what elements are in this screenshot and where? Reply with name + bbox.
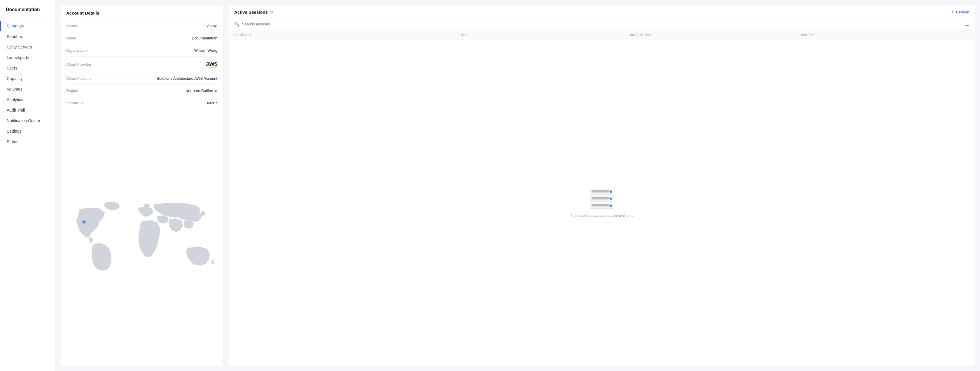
table-header: Session ID User Instance Type Start Time [228, 30, 975, 40]
detail-row: Vendor ID48287 [66, 97, 217, 109]
main-content: Account Details ⋮ StatusActiveNameDocume… [56, 0, 980, 371]
search-bar: 🔍 ⚌ [228, 18, 975, 30]
svg-point-2 [81, 219, 86, 224]
col-start-time: Start Time [799, 33, 969, 37]
server-line [592, 192, 609, 193]
sidebar-item-summary[interactable]: Summary [0, 21, 55, 31]
detail-rows: StatusActiveNameDocumentationOrganizatio… [60, 20, 223, 109]
detail-label: Cloud Account [66, 76, 91, 81]
refresh-button[interactable]: ↻ Refresh [951, 10, 969, 14]
detail-row: RegionNorthern California [66, 85, 217, 97]
server-lines [592, 197, 609, 200]
detail-value: 48287 [207, 101, 217, 105]
detail-label: Vendor ID [66, 101, 83, 105]
detail-label: Cloud Provider [66, 62, 91, 67]
sidebar-item-launchpads[interactable]: Launchpads [0, 52, 55, 63]
account-details-panel: Account Details ⋮ StatusActiveNameDocume… [60, 5, 223, 366]
detail-value: Solutions Architecture AWS Account [157, 76, 217, 81]
server-line [592, 200, 609, 200]
sidebar-item-audit-trail[interactable]: Audit Trail [0, 105, 55, 115]
sidebar-item-status[interactable]: Status [0, 136, 55, 147]
detail-value: Active [207, 24, 217, 28]
panel-header: Account Details ⋮ [60, 5, 223, 20]
export-icon[interactable]: ⧉ [270, 10, 273, 14]
detail-row: Cloud Provideraws [66, 57, 217, 72]
refresh-icon: ↻ [951, 10, 955, 14]
server-line [592, 191, 609, 192]
world-map [66, 199, 217, 275]
server-row-1 [590, 189, 613, 195]
sidebar-item-analytics[interactable]: Analytics [0, 94, 55, 105]
col-user: User [460, 33, 630, 37]
sessions-header: Active Sessions ⧉ ↻ Refresh [228, 5, 975, 18]
sidebar: Documentation SummarySandboxUtility Serv… [0, 0, 56, 371]
empty-state: No sessions available at the moment [228, 40, 975, 366]
detail-row: NameDocumentation [66, 32, 217, 45]
server-line [592, 204, 609, 205]
sidebar-item-utility-servers[interactable]: Utility Servers [0, 42, 55, 52]
server-line [592, 206, 609, 207]
map-container [60, 109, 223, 366]
sidebar-item-notification-center[interactable]: Notification Center [0, 115, 55, 126]
col-session-id: Session ID [234, 33, 460, 37]
sessions-title-area: Active Sessions ⧉ [234, 10, 273, 14]
sidebar-nav: SummarySandboxUtility ServersLaunchpadsU… [0, 21, 55, 147]
filter-button[interactable]: ⚌ [965, 21, 969, 27]
detail-label: Organization [66, 48, 88, 53]
col-instance-type: Instance Type [630, 33, 800, 37]
detail-label: Region [66, 88, 78, 93]
aws-underline [209, 67, 217, 68]
aws-text: aws [206, 61, 217, 67]
sidebar-item-capacity[interactable]: Capacity [0, 73, 55, 84]
detail-label: Status [66, 24, 77, 28]
detail-row: OrganizationWilliam Wong [66, 45, 217, 57]
server-row-2 [590, 196, 613, 201]
server-illustration [590, 189, 613, 209]
server-lines [592, 204, 609, 207]
server-line [592, 205, 609, 206]
search-input[interactable] [242, 22, 963, 26]
aws-logo: aws [206, 61, 217, 68]
server-row-3 [590, 203, 613, 209]
server-line [592, 190, 609, 191]
search-icon: 🔍 [234, 22, 240, 27]
detail-label: Name [66, 36, 76, 40]
detail-value: Documentation [192, 36, 217, 40]
active-sessions-panel: Active Sessions ⧉ ↻ Refresh 🔍 ⚌ Session … [228, 5, 975, 366]
account-details-title: Account Details [66, 11, 99, 16]
server-line [592, 198, 609, 199]
sessions-title: Active Sessions [234, 10, 268, 14]
server-lines [592, 190, 609, 193]
detail-row: Cloud AccountSolutions Architecture AWS … [66, 72, 217, 85]
server-line [592, 197, 609, 198]
sidebar-item-users[interactable]: Users [0, 63, 55, 73]
sidebar-title: Documentation [0, 7, 55, 18]
empty-message: No sessions available at the moment [571, 213, 633, 217]
server-dot [609, 190, 612, 193]
sidebar-item-volumes[interactable]: Volumes [0, 84, 55, 94]
refresh-label: Refresh [956, 10, 969, 14]
detail-value: Northern California [186, 88, 217, 93]
detail-row: StatusActive [66, 20, 217, 32]
sidebar-item-sandbox[interactable]: Sandbox [0, 31, 55, 42]
detail-value: William Wong [194, 48, 217, 53]
panel-menu-button[interactable]: ⋮ [208, 10, 217, 16]
sidebar-item-settings[interactable]: Settings [0, 126, 55, 136]
server-dot [609, 205, 612, 207]
server-dot [609, 197, 612, 200]
